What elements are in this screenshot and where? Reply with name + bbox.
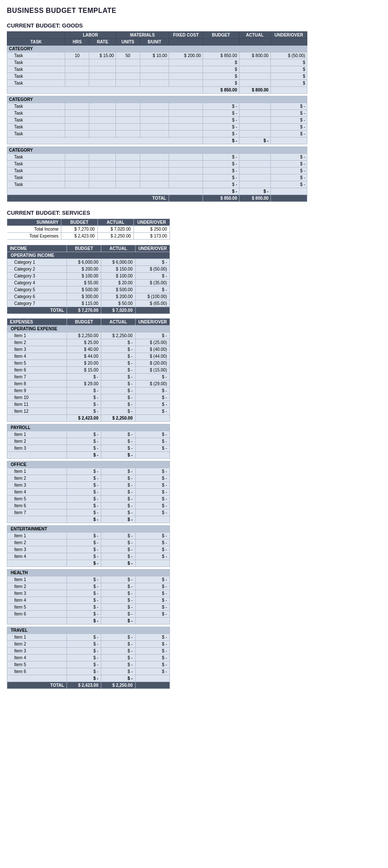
goods-task-row: Task $ - $ - (7, 168, 307, 174)
exp-category-row: TRAVEL (7, 627, 170, 634)
exp-data-row: Item 12 $ - $ - $ - (7, 408, 170, 415)
income-data-row: Category 1 $ 6,000.00 $ 6,000.00 $ - (7, 259, 170, 266)
exp-col-underover: UNDER/OVER (135, 319, 170, 326)
exp-data-row: Item 6 $ - $ - $ - (7, 611, 170, 618)
goods-body: CATEGORY Task 10 $ 15.00 50 $ 10.00 $ 20… (7, 46, 307, 202)
goods-header-materials: MATERIALS (116, 32, 169, 39)
goods-header-budget: BUDGET (203, 32, 239, 39)
goods-task-row: Task $ - $ - (7, 174, 307, 181)
income-header-row: INCOME BUDGET ACTUAL UNDER/OVER (7, 245, 170, 252)
income-data-row: Category 6 $ 300.00 $ 200.00 $ (100.00) (7, 293, 170, 300)
goods-col-task: TASK (7, 39, 65, 46)
goods-category-row: CATEGORY (7, 147, 307, 154)
income-table: INCOME BUDGET ACTUAL UNDER/OVER OPERATIN… (7, 245, 170, 314)
exp-col-budget: BUDGET (67, 319, 101, 326)
goods-section: CURRENT BUDGET: GOODS LABOR MATERIALS FI… (7, 22, 381, 202)
goods-grand-total-row: TOTAL $ 850.00 $ 800.00 (7, 195, 307, 202)
goods-category-total-row: $ - $ - (7, 137, 307, 144)
goods-task-row: Task $ - $ - (7, 103, 307, 110)
summary-col-underover: UNDER/OVER (133, 219, 170, 226)
exp-data-row: Item 5 $ 20.00 $ - $ (20.00) (7, 360, 170, 367)
goods-task-row: Task $ - $ - (7, 161, 307, 168)
exp-data-row: Item 4 $ 44.00 $ - $ (44.00) (7, 353, 170, 360)
exp-total-row: TOTAL $ 2,423.00 $ 2,250.00 (7, 682, 170, 689)
exp-data-row: Item 3 $ - $ - $ - (7, 445, 170, 452)
goods-section-title: CURRENT BUDGET: GOODS (7, 22, 381, 29)
summary-data-row: Total Expenses $ 2,423.00 $ 2,250.00 $ 1… (7, 233, 170, 240)
services-section-title: CURRENT BUDGET: SERVICES (7, 210, 381, 216)
summary-body: Total Income $ 7,270.00 $ 7,020.00 $ 250… (7, 226, 170, 240)
expenses-body: OPERATING EXPENSE Item 1 $ 2,250.00 $ 2,… (7, 326, 170, 689)
exp-data-row: Item 1 $ - $ - $ - (7, 576, 170, 583)
exp-data-row: Item 7 $ - $ - $ - (7, 374, 170, 381)
income-subheader-row: OPERATING INCOME (7, 252, 170, 259)
exp-data-row: Item 5 $ - $ - $ - (7, 661, 170, 668)
exp-data-row: Item 5 $ - $ - $ - (7, 496, 170, 503)
exp-data-row: Item 4 $ - $ - $ - (7, 655, 170, 661)
page-title: BUSINESS BUDGET TEMPLATE (7, 7, 381, 15)
goods-header-fixed: FIXED COST (169, 32, 203, 39)
goods-task-row: Task $ - $ - (7, 131, 307, 137)
goods-task-row: Task 10 $ 15.00 50 $ 10.00 $ 200.00 $ 85… (7, 52, 307, 59)
exp-data-row: Item 2 $ 25.00 $ - $ (25.00) (7, 339, 170, 346)
exp-data-row: Item 3 $ - $ - $ - (7, 648, 170, 655)
goods-category-row: CATEGORY (7, 46, 307, 52)
goods-task-row: Task $ $ (7, 80, 307, 87)
exp-subtotal-row: $ - $ - (7, 675, 170, 682)
exp-data-row: Item 2 $ - $ - $ - (7, 438, 170, 445)
exp-data-row: Item 4 $ - $ - $ - (7, 597, 170, 604)
exp-col-actual: ACTUAL (101, 319, 136, 326)
services-section: CURRENT BUDGET: SERVICES SUMMARY BUDGET … (7, 210, 381, 689)
exp-data-row: Item 2 $ - $ - $ - (7, 475, 170, 482)
exp-subtotal-row: $ - $ - (7, 618, 170, 624)
exp-data-row: Item 3 $ - $ - $ - (7, 482, 170, 489)
goods-category-total-row: $ - $ - (7, 188, 307, 195)
income-total-row: TOTAL $ 7,270.00 $ 7,020.00 (7, 307, 170, 314)
income-data-row: Category 7 $ 115.00 $ 50.00 $ (65.00) (7, 300, 170, 307)
summary-col-label: SUMMARY (7, 219, 61, 226)
goods-col-rate: RATE (89, 39, 116, 46)
exp-data-row: Item 1 $ - $ - $ - (7, 533, 170, 539)
goods-col-units: UNITS (116, 39, 140, 46)
goods-subheader-row: TASK HRS RATE UNITS $/UNIT (7, 39, 307, 46)
goods-task-row: Task $ - $ - (7, 181, 307, 188)
exp-data-row: Item 11 $ - $ - $ - (7, 401, 170, 408)
summary-data-row: Total Income $ 7,270.00 $ 7,020.00 $ 250… (7, 226, 170, 233)
goods-task-row: Task $ - $ - (7, 124, 307, 131)
exp-data-row: Item 3 $ - $ - $ - (7, 546, 170, 553)
exp-subtotal-row: $ - $ - (7, 516, 170, 523)
income-data-row: Category 4 $ 55.00 $ 20.00 $ (35.00) (7, 280, 170, 286)
goods-header-underover: UNDER/OVER (270, 32, 307, 39)
goods-task-row: Task $ $ (7, 66, 307, 73)
exp-data-row: Item 1 $ - $ - $ - (7, 431, 170, 438)
exp-data-row: Item 2 $ - $ - $ - (7, 583, 170, 590)
goods-task-row: Task $ - $ - (7, 117, 307, 124)
exp-header-row: EXPENSES BUDGET ACTUAL UNDER/OVER (7, 319, 170, 326)
exp-data-row: Item 8 $ 29.00 $ - $ (29.00) (7, 381, 170, 387)
goods-task-row: Task $ $ (7, 73, 307, 80)
exp-data-row: Item 5 $ - $ - $ - (7, 604, 170, 611)
exp-subtotal-row: $ - $ - (7, 452, 170, 459)
exp-data-row: Item 9 $ - $ - $ - (7, 387, 170, 394)
goods-task-row: Task $ - $ - (7, 110, 307, 117)
exp-data-row: Item 3 $ 40.00 $ - $ (40.00) (7, 346, 170, 353)
exp-col-label: EXPENSES (7, 319, 67, 326)
income-data-row: Category 5 $ 500.00 $ 500.00 $ - (7, 286, 170, 293)
exp-data-row: Item 4 $ - $ - $ - (7, 489, 170, 496)
exp-data-row: Item 7 $ - $ - $ - (7, 509, 170, 516)
exp-data-row: Item 10 $ - $ - $ - (7, 394, 170, 401)
exp-data-row: Item 3 $ - $ - $ - (7, 590, 170, 597)
services-summary-table: SUMMARY BUDGET ACTUAL UNDER/OVER Total I… (7, 219, 170, 240)
income-data-row: Category 2 $ 200.00 $ 150.00 $ (50.00) (7, 266, 170, 273)
income-body: OPERATING INCOME Category 1 $ 6,000.00 $… (7, 252, 170, 314)
exp-category-row: OFFICE (7, 461, 170, 468)
goods-category-total-row: $ 850.00 $ 800.00 (7, 87, 307, 94)
exp-category-row: ENTERTAINMENT (7, 526, 170, 533)
exp-category-row: HEALTH (7, 570, 170, 576)
exp-data-row: Item 6 $ - $ - $ - (7, 503, 170, 509)
exp-subtotal-row: $ - $ - (7, 560, 170, 567)
goods-header-labor: LABOR (65, 32, 116, 39)
exp-category-row: OPERATING EXPENSE (7, 326, 170, 332)
exp-data-row: Item 1 $ 2,250.00 $ 2,250.00 $ - (7, 332, 170, 339)
income-col-label: INCOME (7, 245, 67, 252)
